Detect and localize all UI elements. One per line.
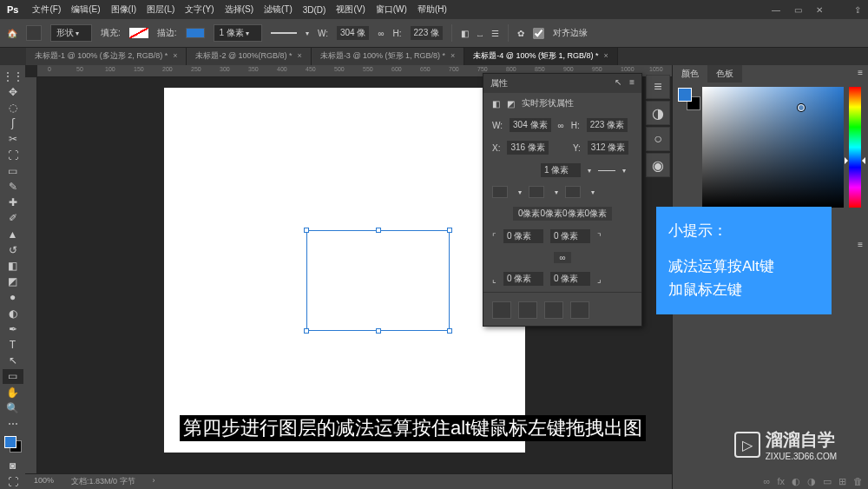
lib-panel-icon[interactable]: ◉: [646, 153, 670, 177]
link-wh-icon[interactable]: ∞: [558, 121, 564, 130]
color-panel[interactable]: [673, 83, 868, 213]
align-edges-checkbox[interactable]: [533, 28, 544, 39]
prop-fill-swatch[interactable]: [492, 165, 510, 175]
prop-y-value[interactable]: 312 像素: [588, 141, 628, 155]
gradient-tool[interactable]: ◩: [3, 274, 23, 289]
quickmask-tool[interactable]: ◙: [3, 459, 23, 473]
align-icon[interactable]: ⎵: [477, 29, 483, 38]
tab-color[interactable]: 颜色: [673, 65, 707, 83]
menu-select[interactable]: 选择(S): [220, 3, 259, 16]
close-icon[interactable]: ×: [298, 51, 302, 60]
menu-file[interactable]: 文件(F): [27, 3, 66, 16]
properties-panel[interactable]: 属性 ↖ ≡ ◧ ◩ 实时形状属性 W: 304 像素 ∞ H: 223 像素 …: [483, 73, 642, 327]
window-restore-icon[interactable]: ▭: [794, 5, 802, 15]
menu-help[interactable]: 帮助(H): [412, 3, 452, 16]
color-picker-ring[interactable]: [798, 104, 805, 111]
zoom-value[interactable]: 100%: [34, 476, 54, 487]
corner-tr-value[interactable]: 0 像素: [550, 229, 590, 243]
doc-tab-1[interactable]: 未标题-1 @ 100% (多边形 2, RGB/8) *×: [26, 48, 187, 65]
menu-3d[interactable]: 3D(D): [298, 5, 332, 15]
rectangle-tool[interactable]: ▭: [3, 369, 23, 384]
close-icon[interactable]: ×: [173, 51, 177, 60]
window-share-icon[interactable]: ⇪: [854, 5, 861, 15]
resize-handle[interactable]: [304, 228, 309, 233]
doc-tab-3[interactable]: 未标题-3 @ 100% (矩形 1, RGB/8) *×: [312, 48, 464, 65]
close-icon[interactable]: ×: [450, 51, 455, 60]
corner-bl-value[interactable]: 0 像素: [503, 272, 543, 286]
screenmode-tool[interactable]: ⛶: [3, 474, 23, 489]
corner-br-value[interactable]: 0 像素: [550, 272, 590, 286]
status-chevron-icon[interactable]: ›: [153, 476, 155, 487]
opt-w-value[interactable]: 304 像: [337, 26, 369, 40]
align-btn-1[interactable]: [492, 186, 508, 198]
menu-layer[interactable]: 图层(L): [141, 3, 180, 16]
stroke-swatch[interactable]: [186, 28, 205, 38]
menu-view[interactable]: 视图(V): [331, 3, 370, 16]
fg-bg-colors[interactable]: [4, 436, 22, 453]
quickselect-tool[interactable]: ✂: [3, 132, 23, 147]
mask-icon[interactable]: ◐: [792, 476, 800, 487]
panel-menu-icon[interactable]: ≡: [852, 237, 868, 254]
eyedrop-tool[interactable]: ✎: [3, 179, 23, 194]
color-field[interactable]: [702, 87, 844, 208]
hand-tool[interactable]: ✋: [3, 385, 23, 400]
tab-swatches[interactable]: 色板: [707, 65, 742, 83]
prop-w-value[interactable]: 304 像素: [510, 118, 550, 132]
resize-handle[interactable]: [376, 228, 381, 233]
lasso-tool[interactable]: ʃ: [3, 116, 23, 131]
stamp-tool[interactable]: ▲: [3, 227, 23, 241]
zoom-tool[interactable]: 🔍: [3, 400, 23, 415]
fx-icon[interactable]: fx: [777, 476, 785, 487]
group-icon[interactable]: ▭: [823, 476, 832, 487]
panel-menu-icon[interactable]: ≡: [852, 65, 868, 83]
align-btn-3[interactable]: [565, 186, 581, 198]
frame-tool[interactable]: ▭: [3, 163, 23, 178]
pathop-exclude[interactable]: [570, 301, 589, 319]
doc-tab-4[interactable]: 未标题-4 @ 100% (矩形 1, RGB/8) *×: [464, 48, 617, 65]
prop-stroke-style[interactable]: [598, 170, 615, 171]
home-icon[interactable]: 🏠: [7, 29, 17, 38]
opt-h-value[interactable]: 223 像: [411, 26, 443, 40]
pathop-intersect[interactable]: [544, 301, 563, 319]
gear-icon[interactable]: ✿: [517, 29, 524, 38]
path-tool[interactable]: ↖: [3, 354, 23, 368]
adjust-panel-icon[interactable]: ◑: [646, 101, 670, 125]
fill-swatch[interactable]: [129, 28, 148, 38]
doc-tab-2[interactable]: 未标题-2 @ 100%(RGB/8) *×: [187, 48, 311, 65]
close-icon[interactable]: ×: [603, 51, 608, 60]
stroke-style-line[interactable]: [271, 32, 297, 34]
adjust-icon[interactable]: ◑: [807, 476, 816, 487]
shape-rectangle[interactable]: [306, 230, 450, 331]
menu-type[interactable]: 文字(Y): [180, 3, 219, 16]
resize-handle[interactable]: [304, 328, 309, 334]
prop-x-value[interactable]: 316 像素: [507, 141, 548, 155]
stroke-width-combo[interactable]: 1 像素: [214, 24, 262, 42]
crop-tool[interactable]: ⛶: [3, 148, 23, 162]
link-corners[interactable]: ∞: [554, 252, 570, 263]
blur-tool[interactable]: ●: [3, 290, 23, 305]
corner-tl-value[interactable]: 0 像素: [503, 229, 543, 243]
type-tool[interactable]: T: [3, 337, 23, 352]
corner-summary[interactable]: 0像素0像素0像素0像素: [513, 207, 612, 221]
new-layer-icon[interactable]: ⊞: [838, 476, 846, 487]
history-brush-tool[interactable]: ↺: [3, 242, 23, 257]
brush-tool[interactable]: ✐: [3, 211, 23, 226]
menu-image[interactable]: 图像(I): [106, 3, 141, 16]
edit-toolbar[interactable]: ⋯: [3, 416, 23, 431]
trash-icon[interactable]: 🗑: [853, 476, 863, 487]
move-tool[interactable]: ✥: [3, 84, 23, 99]
resize-handle[interactable]: [447, 228, 452, 233]
resize-handle[interactable]: [447, 328, 452, 334]
menu-edit[interactable]: 编辑(E): [66, 3, 105, 16]
pathop-subtract[interactable]: [518, 301, 537, 319]
window-minimize-icon[interactable]: —: [772, 5, 780, 15]
shape-mode-combo[interactable]: 形状: [50, 24, 92, 42]
properties-panel-icon[interactable]: ≡: [646, 75, 670, 99]
pathops-icon[interactable]: ◧: [461, 29, 469, 38]
pen-tool[interactable]: ✒: [3, 321, 23, 336]
align-btn-2[interactable]: [529, 186, 544, 198]
info-panel-icon[interactable]: ○: [646, 127, 670, 151]
dodge-tool[interactable]: ◐: [3, 306, 23, 320]
prop-stroke-width[interactable]: 1 像素: [541, 163, 581, 177]
arrange-icon[interactable]: ☰: [491, 29, 499, 38]
